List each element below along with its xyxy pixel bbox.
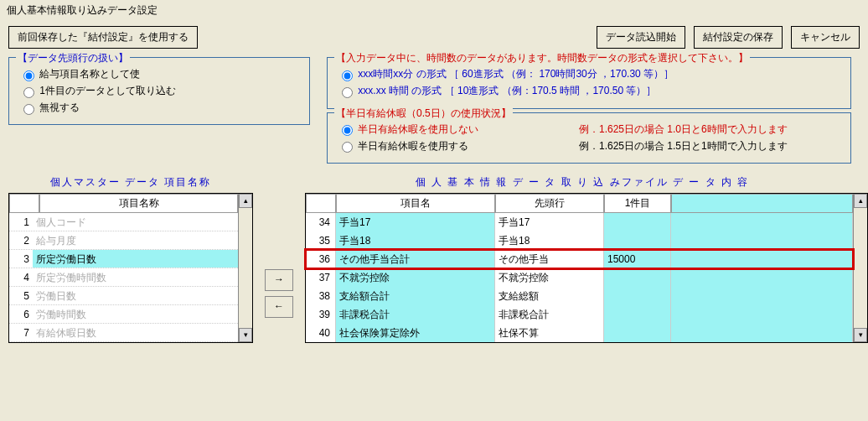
fieldset-data-head: 【データ先頭行の扱い】 給与項目名称として使 1件目のデータとして取り込む 無視… xyxy=(8,57,310,125)
radio-as-column-name[interactable] xyxy=(23,70,34,81)
row-ahead: 社保不算 xyxy=(495,324,604,342)
radio-60-base-label-b: ［ 60進形式 （例： 170時間30分 ，170.30 等）］ xyxy=(449,68,674,80)
left-col-head[interactable]: 項目名称 xyxy=(39,194,238,213)
row-label: 労働日数 xyxy=(33,287,238,304)
row-ahead: 非課税合計 xyxy=(495,305,604,324)
radio-half-not-use-label: 半日有給休暇を使用しない xyxy=(358,123,478,135)
row-number: 37 xyxy=(306,268,336,287)
table-row[interactable]: 40社会保険算定除外社保不算 xyxy=(306,324,853,342)
left-grid-header: 個人マスター データ 項目名称 xyxy=(0,172,261,193)
right-name-head[interactable]: 項目名 xyxy=(336,194,495,213)
row-name: 手当18 xyxy=(336,231,495,250)
arrow-left-button[interactable]: ← xyxy=(265,296,293,318)
radio-as-first-row-label: 1件目のデータとして取り込む xyxy=(39,85,176,96)
row-number: 38 xyxy=(306,287,336,305)
row-number: 1 xyxy=(9,213,33,231)
row-label: 所定労働日数 xyxy=(33,250,238,268)
radio-10-base-label-b: ［ 10進形式 （例：170.5 時間 ，170.50 等）］ xyxy=(445,85,657,96)
radio-as-column-name-label: 給与項目名称として使 xyxy=(39,68,140,80)
use-previous-button[interactable]: 前回保存した『結付設定』を使用する xyxy=(8,26,198,49)
list-item[interactable]: 6労働時間数 xyxy=(9,305,238,324)
row-ahead: 手当17 xyxy=(495,213,604,231)
left-num-head xyxy=(9,194,39,213)
row-first xyxy=(604,287,671,305)
table-row[interactable]: 34手当17手当17 xyxy=(306,213,853,231)
table-row[interactable]: 38支給額合計支給総額 xyxy=(306,287,853,305)
row-ahead: 支給総額 xyxy=(495,287,604,305)
scroll-down-icon[interactable]: ▾ xyxy=(239,328,252,342)
row-number: 6 xyxy=(9,305,33,323)
list-item[interactable]: 4所定労働時間数 xyxy=(9,268,238,287)
row-number: 5 xyxy=(9,287,33,304)
save-settings-button[interactable]: 結付設定の保存 xyxy=(694,26,783,49)
list-item[interactable]: 5労働日数 xyxy=(9,287,238,305)
right-pad-head xyxy=(671,194,853,213)
radio-half-use[interactable] xyxy=(342,142,353,153)
list-item[interactable]: 7有給休暇日数 xyxy=(9,324,238,342)
row-pad xyxy=(671,305,853,324)
radio-10-base-label-a: xxx.xx 時間 の形式 xyxy=(358,86,442,97)
row-first xyxy=(604,324,671,342)
radio-half-not-use-example: 例．1.625日の場合 1.0日と6時間で入力します xyxy=(579,122,788,137)
window-title: 個人基本情報取り込みデータ設定 xyxy=(0,0,868,21)
row-number: 34 xyxy=(306,213,336,231)
row-first xyxy=(604,305,671,324)
fieldset-half-day: 【半日有給休暇（0.5日）の使用状況】 半日有給休暇を使用しない 例．1.625… xyxy=(327,112,851,164)
row-ahead: 不就労控除 xyxy=(495,268,604,287)
row-name: 社会保険算定除外 xyxy=(336,324,495,342)
left-scrollbar[interactable]: ▴ ▾ xyxy=(238,194,252,342)
row-pad xyxy=(671,287,853,305)
scroll-up-icon[interactable]: ▴ xyxy=(239,194,252,208)
arrow-right-button[interactable]: → xyxy=(265,269,293,291)
fieldset-time-legend: 【入力データ中に、時間数のデータがあります。時間数データの形式を選択して下さい。… xyxy=(334,51,750,65)
right-grid: 項目名 先頭行 1件目 34手当17手当1735手当18手当1836その他手当合… xyxy=(305,193,868,343)
table-row[interactable]: 36その他手当合計その他手当15000 xyxy=(306,250,853,268)
list-item[interactable]: 2給与月度 xyxy=(9,231,238,250)
row-label: 個人コード xyxy=(33,213,238,231)
row-number: 35 xyxy=(306,231,336,250)
radio-as-first-row[interactable] xyxy=(23,87,34,98)
radio-60-base-label-a: xxx時間xx分 の形式 xyxy=(358,68,446,80)
radio-60-base[interactable] xyxy=(342,70,353,81)
right-grid-header: 個 人 基 本 情 報 デ ー タ 取 り 込 みファイル デ ー タ 内 容 xyxy=(297,172,868,193)
row-number: 39 xyxy=(306,305,336,324)
table-row[interactable]: 35手当18手当18 xyxy=(306,231,853,250)
radio-ignore[interactable] xyxy=(23,104,34,115)
start-read-button[interactable]: データ読込開始 xyxy=(597,26,685,49)
row-number: 36 xyxy=(306,250,336,268)
list-item[interactable]: 3所定労働日数 xyxy=(9,250,238,268)
right-first-head[interactable]: 1件目 xyxy=(604,194,671,213)
row-name: 支給額合計 xyxy=(336,287,495,305)
row-label: 労働時間数 xyxy=(33,305,238,323)
row-pad xyxy=(671,213,853,231)
table-row[interactable]: 39非課税合計非課税合計 xyxy=(306,305,853,324)
row-first xyxy=(604,213,671,231)
scroll-down-icon[interactable]: ▾ xyxy=(854,328,867,342)
row-number: 3 xyxy=(9,250,33,268)
row-ahead: その他手当 xyxy=(495,250,604,268)
radio-half-use-label: 半日有給休暇を使用する xyxy=(358,140,468,152)
radio-half-use-example: 例．1.625日の場合 1.5日と1時間で入力します xyxy=(579,139,788,153)
fieldset-time-format: 【入力データ中に、時間数のデータがあります。時間数データの形式を選択して下さい。… xyxy=(327,57,851,109)
row-label: 給与月度 xyxy=(33,231,238,249)
row-pad xyxy=(671,250,853,268)
list-item[interactable]: 1個人コード xyxy=(9,213,238,231)
row-name: 手当17 xyxy=(336,213,495,231)
row-first xyxy=(604,231,671,250)
row-number: 40 xyxy=(306,324,336,342)
row-first: 15000 xyxy=(604,250,671,268)
row-label: 有給休暇日数 xyxy=(33,324,238,341)
right-ahead-head[interactable]: 先頭行 xyxy=(495,194,604,213)
row-label: 所定労働時間数 xyxy=(33,268,238,286)
cancel-button[interactable]: キャンセル xyxy=(791,26,860,49)
scroll-up-icon[interactable]: ▴ xyxy=(854,194,867,208)
radio-ignore-label: 無視する xyxy=(39,101,80,113)
right-scrollbar[interactable]: ▴ ▾ xyxy=(853,194,867,342)
radio-half-not-use[interactable] xyxy=(342,125,353,136)
radio-10-base[interactable] xyxy=(342,87,353,98)
fieldset-data-head-legend: 【データ先頭行の扱い】 xyxy=(16,51,130,65)
row-pad xyxy=(671,324,853,342)
row-pad xyxy=(671,231,853,250)
row-name: 非課税合計 xyxy=(336,305,495,324)
table-row[interactable]: 37不就労控除不就労控除 xyxy=(306,268,853,287)
